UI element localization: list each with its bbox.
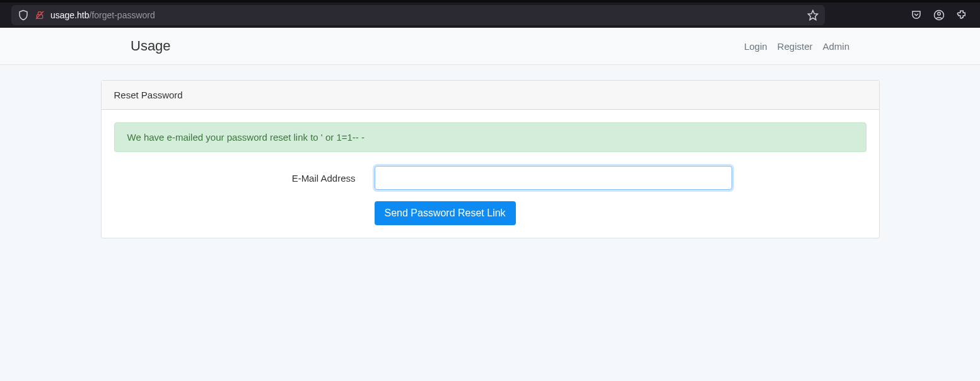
nav-link-admin[interactable]: Admin	[822, 41, 849, 52]
reset-password-card: Reset Password We have e-mailed your pas…	[101, 80, 880, 238]
bookmark-star-icon[interactable]	[807, 9, 819, 21]
nav-inner: Usage Login Register Admin	[131, 33, 849, 59]
email-field[interactable]	[375, 166, 732, 190]
main-container: Reset Password We have e-mailed your pas…	[101, 80, 880, 238]
svg-marker-2	[808, 11, 818, 20]
url-host: usage.htb	[50, 10, 90, 20]
shield-icon[interactable]	[18, 9, 29, 21]
form-row-email: E-Mail Address	[114, 166, 866, 190]
svg-point-4	[938, 13, 941, 16]
browser-toolbar-right	[911, 9, 975, 21]
lock-insecure-icon[interactable]	[34, 9, 45, 21]
nav-links: Login Register Admin	[744, 41, 849, 52]
card-header: Reset Password	[102, 81, 879, 110]
brand[interactable]: Usage	[131, 33, 171, 59]
card-body: We have e-mailed your password reset lin…	[102, 110, 879, 238]
url-path: /forget-password	[90, 10, 155, 20]
extensions-icon[interactable]	[956, 9, 967, 21]
nav-link-register[interactable]: Register	[778, 41, 813, 52]
alert-success: We have e-mailed your password reset lin…	[114, 122, 866, 152]
form-actions: Send Password Reset Link	[114, 201, 866, 225]
submit-button[interactable]: Send Password Reset Link	[375, 201, 516, 225]
url-bar[interactable]: usage.htb/forget-password	[11, 5, 825, 25]
pocket-icon[interactable]	[911, 9, 922, 21]
browser-chrome-bar: usage.htb/forget-password	[0, 0, 980, 28]
site-navbar: Usage Login Register Admin	[0, 28, 980, 65]
url-text: usage.htb/forget-password	[50, 10, 802, 20]
account-icon[interactable]	[933, 9, 945, 21]
email-label: E-Mail Address	[114, 173, 375, 184]
nav-link-login[interactable]: Login	[744, 41, 767, 52]
